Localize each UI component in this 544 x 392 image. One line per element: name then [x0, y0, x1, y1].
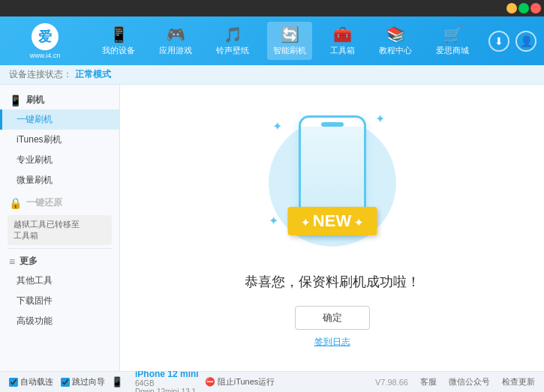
- nav-ringtones-label: 铃声壁纸: [216, 45, 249, 56]
- nav-mall-label: 爱思商城: [436, 45, 469, 56]
- itunes-flash-label: iTunes刷机: [17, 134, 62, 145]
- new-badge: NEW: [287, 207, 377, 235]
- device-storage: 64GB: [135, 379, 199, 388]
- toolbox-icon: 🧰: [333, 25, 352, 43]
- auto-connect-checkbox[interactable]: 自动载连: [9, 376, 53, 388]
- nav-apps-games[interactable]: 🎮 应用游戏: [153, 22, 198, 60]
- logo-icon: 爱: [32, 23, 59, 50]
- window-controls[interactable]: [506, 3, 541, 13]
- wechat-official-link[interactable]: 微信公众号: [449, 376, 490, 388]
- apps-icon: 🎮: [167, 25, 185, 43]
- logo-site-name: www.i4.cn: [30, 52, 61, 59]
- device-phone-icon: 📱: [111, 376, 123, 388]
- micro-flash-label: 微量刷机: [17, 175, 53, 185]
- sidebar-restore-header: 🔒 一键还原: [0, 193, 119, 212]
- status-value: 正常模式: [75, 68, 111, 81]
- sidebar-item-pro-flash[interactable]: 专业刷机: [0, 150, 119, 170]
- flash-section-label: 刷机: [26, 94, 44, 106]
- status-bar: 设备连接状态： 正常模式: [0, 65, 544, 85]
- restore-label: 一键还原: [26, 196, 62, 209]
- nav-mall[interactable]: 🛒 爱思商城: [430, 22, 475, 60]
- nav-my-device-label: 我的设备: [102, 45, 135, 56]
- sidebar-item-itunes-flash[interactable]: iTunes刷机: [0, 130, 119, 150]
- header-right: ⬇ 👤: [488, 31, 536, 52]
- download-button[interactable]: ⬇: [488, 31, 509, 52]
- one-key-flash-label: 一键刷机: [17, 114, 53, 124]
- maximize-button[interactable]: [518, 3, 529, 13]
- sidebar-section-flash: 📱 刷机 一键刷机 iTunes刷机 专业刷机 微量刷机: [0, 91, 119, 190]
- sidebar-item-micro-flash[interactable]: 微量刷机: [0, 170, 119, 190]
- sidebar-section-flash-header: 📱 刷机: [0, 91, 119, 109]
- check-update-link[interactable]: 检查更新: [502, 376, 535, 388]
- nav-items: 📱 我的设备 🎮 应用游戏 🎵 铃声壁纸 🔄 智能刷机 🧰 工具箱 📚 教程中心…: [90, 22, 481, 60]
- version-text: V7.98.66: [375, 378, 408, 387]
- customer-service-link[interactable]: 客服: [420, 376, 437, 388]
- lock-icon: 🔒: [9, 197, 22, 209]
- more-label: 更多: [20, 255, 38, 268]
- bottom-right: V7.98.66 客服 微信公众号 检查更新: [375, 376, 535, 388]
- nav-apps-games-label: 应用游戏: [159, 45, 192, 56]
- confirm-button[interactable]: 确定: [295, 306, 370, 330]
- pro-flash-label: 专业刷机: [17, 154, 53, 165]
- nav-toolbox[interactable]: 🧰 工具箱: [324, 22, 361, 60]
- nav-smart-flash[interactable]: 🔄 智能刷机: [267, 22, 312, 60]
- content-area: ✦ ✦ ✦ NEW 恭喜您，保资料刷机成功啦！ 确定 签到日志: [120, 85, 544, 371]
- skip-wizard-input[interactable]: [61, 378, 70, 387]
- close-button[interactable]: [530, 3, 541, 13]
- success-illustration: ✦ ✦ ✦ NEW: [265, 108, 400, 258]
- flash-icon: 🔄: [281, 25, 299, 43]
- nav-tutorial-label: 教程中心: [379, 45, 412, 56]
- sidebar-divider: [8, 248, 112, 249]
- download-firmware-label: 下载固件: [17, 295, 53, 306]
- device-firmware: Down-12mini-13,1: [135, 388, 199, 393]
- stop-itunes[interactable]: ⛔ 阻止iTunes运行: [205, 376, 275, 388]
- success-text: 恭喜您，保资料刷机成功啦！: [245, 273, 420, 291]
- advanced-label: 高级功能: [17, 316, 53, 326]
- flash-section-icon: 📱: [9, 94, 22, 106]
- tutorial-icon: 📚: [386, 25, 405, 43]
- auto-connect-label: 自动载连: [20, 376, 53, 388]
- nav-my-device[interactable]: 📱 我的设备: [96, 22, 141, 60]
- sparkle-3: ✦: [269, 214, 278, 228]
- jailbreak-notice: 越狱工具已转移至工具箱: [8, 215, 112, 245]
- nav-tutorial[interactable]: 📚 教程中心: [373, 22, 418, 60]
- sparkle-1: ✦: [272, 119, 282, 133]
- logo-area: 爱 www.i4.cn: [8, 23, 83, 59]
- main-layout: 📱 刷机 一键刷机 iTunes刷机 专业刷机 微量刷机 🔒 一键还原: [0, 85, 544, 371]
- sidebar-section-more: ≡ 更多 其他工具 下载固件 高级功能: [0, 252, 119, 331]
- nav-ringtones[interactable]: 🎵 铃声壁纸: [210, 22, 255, 60]
- more-icon: ≡: [9, 256, 15, 268]
- auto-connect-input[interactable]: [9, 378, 18, 387]
- device-info: iPhone 12 mini 64GB Down-12mini-13,1: [135, 369, 199, 393]
- minimize-button[interactable]: [506, 3, 517, 13]
- app-header: 爱 www.i4.cn 📱 我的设备 🎮 应用游戏 🎵 铃声壁纸 🔄 智能刷机 …: [0, 16, 544, 65]
- user-button[interactable]: 👤: [515, 31, 536, 52]
- stop-label: 阻止iTunes运行: [218, 376, 275, 388]
- sidebar-item-download-firmware[interactable]: 下载固件: [0, 291, 119, 311]
- daily-sign-link[interactable]: 签到日志: [314, 336, 350, 349]
- sidebar-item-other-tools[interactable]: 其他工具: [0, 271, 119, 291]
- sidebar-item-one-key-flash[interactable]: 一键刷机: [0, 109, 119, 130]
- sidebar-item-advanced[interactable]: 高级功能: [0, 311, 119, 331]
- sidebar: 📱 刷机 一键刷机 iTunes刷机 专业刷机 微量刷机 🔒 一键还原: [0, 85, 120, 371]
- sidebar-more-header: ≡ 更多: [0, 252, 119, 271]
- stop-icon: ⛔: [205, 377, 215, 387]
- nav-smart-flash-label: 智能刷机: [273, 45, 306, 56]
- nav-toolbox-label: 工具箱: [330, 45, 355, 56]
- status-label: 设备连接状态：: [9, 68, 72, 81]
- bottom-left: 自动载连 跳过向导 📱 iPhone 12 mini 64GB Down-12m…: [9, 369, 275, 393]
- device-row: 📱 iPhone 12 mini 64GB Down-12mini-13,1: [111, 369, 199, 393]
- sparkle-2: ✦: [375, 112, 385, 126]
- title-bar: [0, 0, 544, 16]
- mall-icon: 🛒: [443, 25, 462, 43]
- device-icon: 📱: [110, 25, 128, 43]
- skip-wizard-label: 跳过向导: [72, 376, 105, 388]
- sidebar-section-restore: 🔒 一键还原 越狱工具已转移至工具箱: [0, 193, 119, 245]
- ringtone-icon: 🎵: [224, 25, 242, 43]
- other-tools-label: 其他工具: [17, 275, 53, 286]
- skip-wizard-checkbox[interactable]: 跳过向导: [61, 376, 105, 388]
- notice-text: 越狱工具已转移至工具箱: [14, 220, 80, 240]
- bottom-bar: 自动载连 跳过向导 📱 iPhone 12 mini 64GB Down-12m…: [0, 371, 544, 392]
